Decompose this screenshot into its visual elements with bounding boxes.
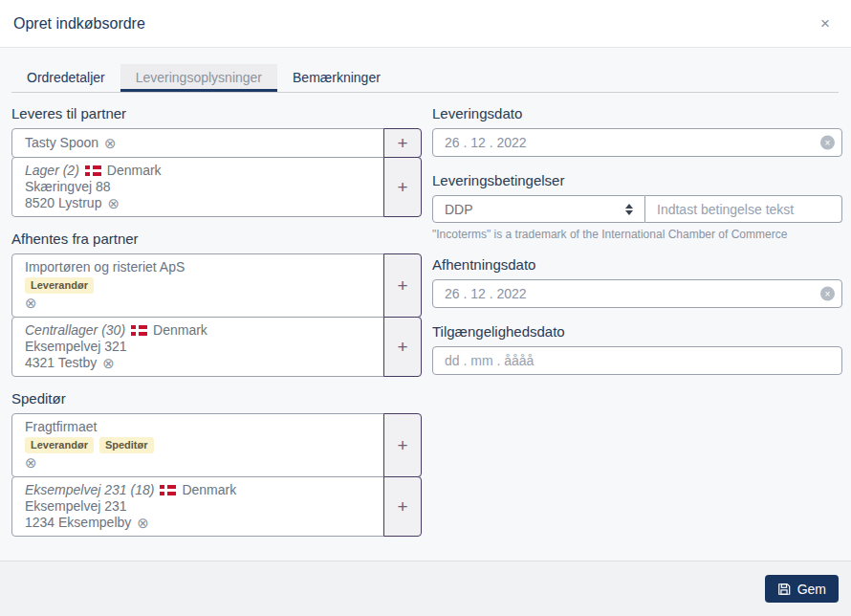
- address-street: Eksempelvej 321: [25, 339, 371, 355]
- incoterms-selected-value: DDP: [445, 202, 473, 217]
- address-country: Denmark: [153, 322, 207, 339]
- afhentningsdato-input[interactable]: [432, 279, 842, 308]
- partner-card-importoren[interactable]: Importøren og risteriet ApS Leverandør ⊗: [11, 253, 384, 318]
- tab-bemaerkninger[interactable]: Bemærkninger: [277, 64, 396, 92]
- address-name: Lager (2): [25, 163, 79, 179]
- address-country: Denmark: [182, 482, 236, 498]
- remove-address-icon[interactable]: ⊗: [107, 196, 120, 210]
- save-icon: [777, 583, 791, 596]
- pickup-partner-row: Importøren og risteriet ApS Leverandør ⊗…: [11, 253, 422, 318]
- deliver-to-address-row: Lager (2) Denmark Skæringvej 88 8520 Lys…: [11, 157, 422, 217]
- remove-partner-icon[interactable]: ⊗: [104, 136, 117, 150]
- tab-content: Leveres til partner Tasty Spoon ⊗ + Lage…: [0, 93, 851, 561]
- incoterms-select[interactable]: DDP: [432, 195, 645, 223]
- remove-address-icon[interactable]: ⊗: [137, 516, 149, 530]
- deliver-to-partner-row: Tasty Spoon ⊗ +: [11, 128, 422, 158]
- leverandor-badge: Leverandør: [25, 277, 94, 294]
- dialog-footer: Gem: [0, 561, 851, 616]
- incoterms-note: "Incoterms" is a trademark of the Intern…: [432, 228, 842, 241]
- dialog-title: Opret indkøbsordre: [13, 15, 145, 33]
- clear-leveringsdato-icon[interactable]: ×: [820, 136, 835, 150]
- tab-bar: Ordredetaljer Leveringsoplysninger Bemær…: [11, 64, 839, 93]
- address-card-eksempelvej[interactable]: Eksempelvej 231 (18) Denmark Eksempelvej…: [11, 476, 384, 537]
- dates-column: Leveringsdato × Leveringsbetingelser DDP…: [432, 93, 842, 375]
- address-name: Centrallager (30): [25, 322, 125, 339]
- tilgaengelighedsdato-label: Tilgængelighedsdato: [432, 323, 842, 340]
- speditor-partner-row: Fragtfirmaet Leverandør Speditør ⊗ +: [11, 413, 422, 477]
- create-purchase-order-dialog: Opret indkøbsordre × Ordredetaljer Lever…: [0, 0, 851, 616]
- address-card-centrallager[interactable]: Centrallager (30) Denmark Eksempelvej 32…: [11, 317, 384, 377]
- remove-partner-icon[interactable]: ⊗: [25, 454, 37, 471]
- partner-card-fragtfirmaet[interactable]: Fragtfirmaet Leverandør Speditør ⊗: [11, 413, 384, 477]
- partner-name: Fragtfirmaet: [25, 419, 371, 435]
- add-speditor-partner-button[interactable]: +: [383, 413, 422, 477]
- partner-name: Importøren og risteriet ApS: [25, 259, 371, 275]
- partner-name: Tasty Spoon: [25, 135, 98, 151]
- leveringsdato-label: Leveringsdato: [432, 105, 842, 121]
- remove-address-icon[interactable]: ⊗: [102, 356, 115, 370]
- denmark-flag-icon: [85, 165, 101, 176]
- leveringsbetingelser-label: Leveringsbetingelser: [432, 172, 842, 188]
- close-icon[interactable]: ×: [815, 11, 836, 35]
- address-street: Eksempelvej 231: [25, 498, 371, 515]
- speditor-badge: Speditør: [99, 437, 154, 453]
- save-button-label: Gem: [797, 582, 826, 597]
- address-city: 1234 Eksempelby: [25, 515, 131, 531]
- save-button[interactable]: Gem: [765, 575, 839, 603]
- address-city: 4321 Testby: [25, 355, 97, 371]
- clear-afhentningsdato-icon[interactable]: ×: [820, 287, 835, 301]
- dialog-header: Opret indkøbsordre ×: [0, 0, 851, 48]
- add-deliver-partner-button[interactable]: +: [383, 128, 422, 158]
- deliver-to-partner-label: Leveres til partner: [11, 105, 422, 121]
- partners-column: Leveres til partner Tasty Spoon ⊗ + Lage…: [11, 93, 422, 537]
- leveringsdato-input[interactable]: [432, 128, 842, 157]
- pickup-address-row: Centrallager (30) Denmark Eksempelvej 32…: [11, 317, 422, 377]
- afhentningsdato-label: Afhentningsdato: [432, 256, 842, 273]
- pickup-from-partner-label: Afhentes fra partner: [11, 231, 422, 247]
- tab-leveringsoplysninger[interactable]: Leveringsoplysninger: [120, 64, 277, 92]
- speditor-label: Speditør: [11, 390, 422, 407]
- select-arrows-icon: [625, 204, 633, 215]
- add-pickup-address-button[interactable]: +: [383, 317, 422, 377]
- partner-card-tasty-spoon[interactable]: Tasty Spoon ⊗: [11, 128, 384, 158]
- address-card-lager[interactable]: Lager (2) Denmark Skæringvej 88 8520 Lys…: [11, 157, 384, 217]
- address-name: Eksempelvej 231 (18): [25, 482, 154, 498]
- denmark-flag-icon: [160, 485, 176, 495]
- address-street: Skæringvej 88: [25, 179, 371, 195]
- address-city: 8520 Lystrup: [25, 195, 101, 211]
- leverandor-badge: Leverandør: [25, 437, 94, 453]
- speditor-address-row: Eksempelvej 231 (18) Denmark Eksempelvej…: [11, 476, 422, 537]
- betingelse-tekst-input[interactable]: [645, 195, 842, 223]
- address-country: Denmark: [107, 163, 162, 179]
- tilgaengelighedsdato-input[interactable]: [432, 346, 842, 375]
- add-speditor-address-button[interactable]: +: [383, 476, 422, 537]
- add-deliver-address-button[interactable]: +: [383, 157, 422, 217]
- add-pickup-partner-button[interactable]: +: [383, 253, 422, 318]
- denmark-flag-icon: [131, 325, 147, 336]
- tab-ordredetaljer[interactable]: Ordredetaljer: [11, 64, 120, 92]
- remove-partner-icon[interactable]: ⊗: [25, 295, 37, 311]
